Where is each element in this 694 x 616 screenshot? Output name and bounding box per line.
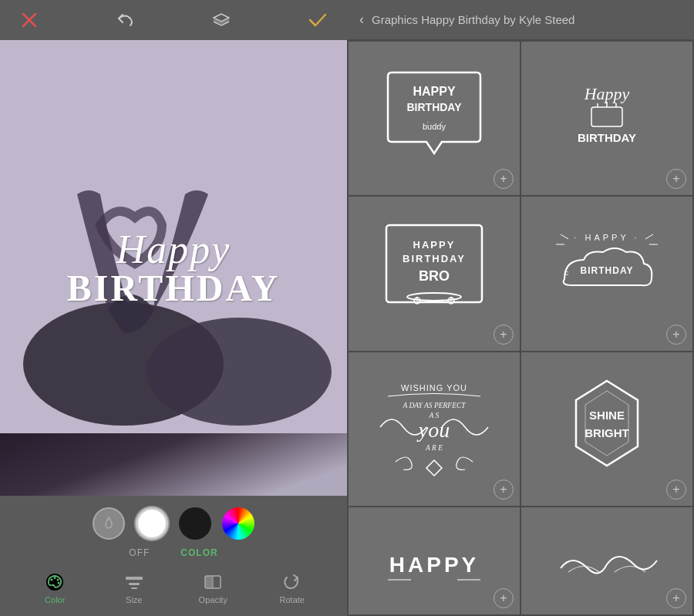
svg-text:c: c xyxy=(565,269,569,277)
white-swatch[interactable] xyxy=(136,507,168,540)
bottom-controls: OFF COLOR Color xyxy=(0,496,347,616)
canvas-area[interactable]: Happy Birthday xyxy=(0,40,347,496)
canvas-photo: Happy Birthday xyxy=(0,40,347,496)
right-panel: ‹ Graphics Happy Birthday by Kyle Steed … xyxy=(347,0,694,616)
left-panel: Happy Birthday OFF COLOR xyxy=(0,0,347,616)
svg-text:BIRTHDAY: BIRTHDAY xyxy=(581,265,634,276)
happy-text: Happy xyxy=(67,230,281,270)
rainbow-swatch[interactable] xyxy=(222,507,254,540)
black-swatch[interactable] xyxy=(179,507,211,540)
close-button[interactable] xyxy=(15,6,43,34)
svg-text:you: you xyxy=(416,418,450,442)
svg-line-42 xyxy=(645,234,653,239)
tab-size-icon xyxy=(123,571,145,593)
svg-rect-11 xyxy=(126,577,143,580)
tab-color-icon xyxy=(44,571,66,593)
close-icon xyxy=(21,12,38,29)
tab-color[interactable]: Color xyxy=(32,571,78,604)
sticker-3-add-button[interactable]: + xyxy=(494,325,514,345)
svg-text:HAPPY: HAPPY xyxy=(413,239,456,251)
svg-rect-12 xyxy=(129,583,140,585)
layers-button[interactable] xyxy=(207,6,235,34)
svg-text:Happy: Happy xyxy=(584,84,630,103)
sticker-cell-3[interactable]: HAPPY BIRTHDAY BRO + xyxy=(349,197,520,350)
transparent-swatch[interactable] xyxy=(93,507,125,540)
svg-point-9 xyxy=(57,579,59,581)
tab-opacity-icon xyxy=(202,571,224,593)
svg-point-8 xyxy=(54,577,56,579)
color-tab-icon xyxy=(44,571,66,593)
tab-opacity[interactable]: Opacity xyxy=(190,571,236,604)
birthday-text: Birthday xyxy=(67,270,281,307)
svg-text:BRIGHT: BRIGHT xyxy=(585,426,629,439)
sticker-cell-4[interactable]: · HAPPY · BIRTHDAY c + xyxy=(521,197,692,350)
sticker-grid: HAPPY BIRTHDAY · · buddy · · + Happy BIR… xyxy=(347,40,694,616)
svg-rect-25 xyxy=(591,107,622,126)
svg-text:· HAPPY ·: · HAPPY · xyxy=(574,233,639,242)
sticker-6-svg: SHINE BRIGHT xyxy=(545,369,669,489)
sticker-7-add-button[interactable]: + xyxy=(494,588,514,608)
bottom-tabs: Color Size xyxy=(15,567,332,604)
svg-text:A DAY AS PERFECT: A DAY AS PERFECT xyxy=(402,402,466,409)
back-button[interactable]: ‹ xyxy=(359,12,364,28)
tab-size-label: Size xyxy=(126,595,142,604)
svg-point-10 xyxy=(58,582,60,584)
svg-text:BIRTHDAY: BIRTHDAY xyxy=(406,101,462,113)
off-label[interactable]: OFF xyxy=(129,547,150,558)
svg-text:SHINE: SHINE xyxy=(589,409,625,422)
check-icon xyxy=(308,12,328,29)
rotate-tab-icon xyxy=(281,571,303,593)
left-toolbar xyxy=(0,0,347,40)
sticker-4-svg: · HAPPY · BIRTHDAY c xyxy=(545,217,669,329)
tab-color-label: Color xyxy=(45,595,65,604)
sticker-cell-8[interactable]: + xyxy=(521,507,692,614)
svg-rect-13 xyxy=(131,587,137,589)
svg-point-7 xyxy=(51,579,53,581)
sticker-4-add-button[interactable]: + xyxy=(666,325,686,345)
tab-opacity-label: Opacity xyxy=(199,595,227,604)
size-tab-icon xyxy=(123,571,145,593)
svg-text:A R E: A R E xyxy=(425,444,443,452)
sticker-cell-2[interactable]: Happy BIRTHDAY + xyxy=(521,42,692,195)
canvas-text-overlay: Happy Birthday xyxy=(67,230,281,307)
svg-text:BRO: BRO xyxy=(419,268,450,284)
sticker-cell-5[interactable]: WISHING YOU A DAY AS PERFECT A S you A R… xyxy=(349,352,520,506)
sticker-2-svg: Happy BIRTHDAY xyxy=(545,65,669,173)
svg-marker-53 xyxy=(585,391,628,456)
droplet-icon xyxy=(101,516,116,531)
svg-marker-51 xyxy=(426,460,442,476)
undo-icon xyxy=(116,12,135,29)
sticker-8-add-button[interactable]: + xyxy=(666,588,686,608)
opacity-tab-icon xyxy=(202,571,224,593)
sticker-cell-6[interactable]: SHINE BRIGHT + xyxy=(521,352,692,506)
svg-text:HAPPY: HAPPY xyxy=(389,553,479,577)
tab-rotate[interactable]: Rotate xyxy=(269,571,315,604)
svg-text:BIRTHDAY: BIRTHDAY xyxy=(403,253,466,264)
svg-text:·: · xyxy=(438,121,440,130)
svg-text:HAPPY: HAPPY xyxy=(413,85,455,98)
breadcrumb: Graphics Happy Birthday by Kyle Steed xyxy=(372,13,574,26)
sticker-2-add-button[interactable]: + xyxy=(666,169,686,189)
sticker-1-svg: HAPPY BIRTHDAY · · buddy · · xyxy=(372,65,496,173)
undo-button[interactable] xyxy=(112,6,140,34)
sticker-8-svg xyxy=(545,522,669,599)
svg-line-40 xyxy=(561,234,568,239)
sticker-5-add-button[interactable]: + xyxy=(494,480,514,500)
tab-size[interactable]: Size xyxy=(111,571,157,604)
svg-point-34 xyxy=(407,293,461,301)
sticker-5-svg: WISHING YOU A DAY AS PERFECT A S you A R… xyxy=(372,369,496,489)
confirm-button[interactable] xyxy=(304,6,332,34)
sticker-7-svg: HAPPY xyxy=(372,522,496,599)
sticker-3-svg: HAPPY BIRTHDAY BRO xyxy=(372,217,496,329)
svg-rect-15 xyxy=(205,576,213,588)
svg-text:WISHING YOU: WISHING YOU xyxy=(401,383,467,392)
label-row: OFF COLOR xyxy=(15,547,332,558)
color-label[interactable]: COLOR xyxy=(180,547,217,558)
sticker-cell-1[interactable]: HAPPY BIRTHDAY · · buddy · · + xyxy=(349,42,520,195)
color-row xyxy=(15,507,332,540)
right-header: ‹ Graphics Happy Birthday by Kyle Steed xyxy=(347,0,694,40)
sticker-6-add-button[interactable]: + xyxy=(666,480,686,500)
sticker-1-add-button[interactable]: + xyxy=(494,169,514,189)
sticker-cell-7[interactable]: HAPPY + xyxy=(349,507,520,614)
svg-text:BIRTHDAY: BIRTHDAY xyxy=(578,131,636,144)
